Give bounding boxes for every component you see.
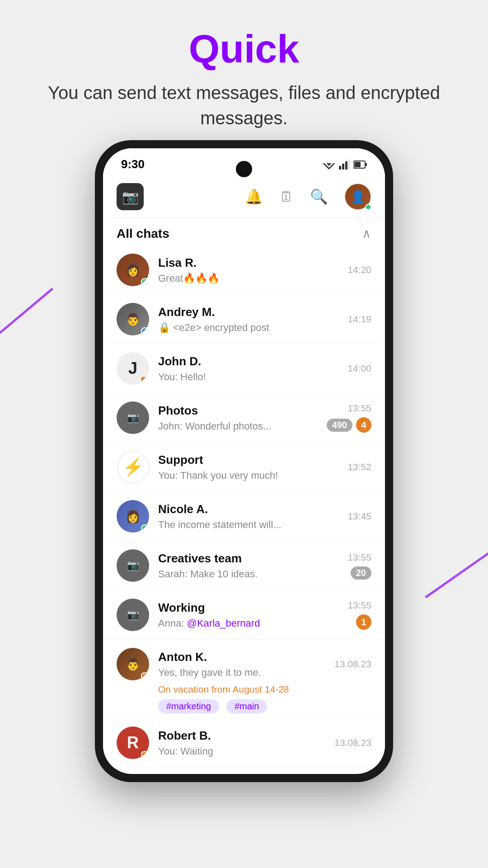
chat-time: 14:19 xyxy=(347,314,371,325)
chat-name: Lisa R. xyxy=(158,256,340,270)
chat-preview: You: Thank you very much! xyxy=(158,470,340,481)
chat-preview: John: Wonderful photos... xyxy=(158,420,319,432)
chat-preview: Great🔥🔥🔥 xyxy=(158,273,340,284)
list-item[interactable]: 📷 Photos John: Wonderful photos... 13:55… xyxy=(103,393,385,443)
avatar: 👨 xyxy=(117,303,149,335)
phone-frame: 9:30 xyxy=(95,140,393,782)
online-dot xyxy=(141,751,148,758)
status-time: 9:30 xyxy=(121,157,145,171)
section-label: All chats ∧ xyxy=(103,218,385,245)
chat-time: 13:52 xyxy=(347,462,371,472)
camera-notch xyxy=(236,161,252,177)
chat-content: Creatives team Sarah: Make 10 ideas. xyxy=(158,552,340,580)
search-icon[interactable]: 🔍 xyxy=(310,188,328,205)
badge-count: 20 xyxy=(351,566,371,580)
svg-rect-8 xyxy=(365,163,367,166)
chat-item-inner: 👨 Anton K. Yes, they gave it to me. 13.0… xyxy=(103,640,385,682)
chevron-up-icon[interactable]: ∧ xyxy=(362,226,371,241)
app-header: 📷 🔔 🗓 🔍 👤 xyxy=(103,176,385,218)
svg-rect-3 xyxy=(339,166,341,170)
logo-camera-icon: 📷 xyxy=(122,189,139,205)
list-item[interactable]: 👨 Andrey M. 🔒 <e2e> encrypted post 14:19 xyxy=(103,295,385,344)
online-dot xyxy=(141,278,148,285)
chat-name: Photos xyxy=(158,404,319,418)
chat-time: 13:55 xyxy=(347,552,371,563)
chat-content: Working Anna: @Karla_bernard xyxy=(158,601,340,629)
chat-time: 13.08.23 xyxy=(334,659,371,670)
chat-preview: 🔒 <e2e> encrypted post xyxy=(158,322,340,334)
chat-list: 👩 Lisa R. Great🔥🔥🔥 14:20 👨 xyxy=(103,245,385,768)
deco-line-left xyxy=(0,288,53,347)
page-subtitle: You can send text messages, files and en… xyxy=(0,80,488,131)
tag-row: #marketing #main xyxy=(103,697,385,718)
page-background: Quick You can send text messages, files … xyxy=(0,0,488,868)
list-item[interactable]: 👨 Anton K. Yes, they gave it to me. 13.0… xyxy=(103,640,385,718)
chat-content: Robert B. You: Waiting xyxy=(158,729,327,757)
chat-time: 14:00 xyxy=(347,363,371,374)
chat-time: 13:55 xyxy=(347,403,371,414)
svg-rect-9 xyxy=(354,162,361,167)
creatives-cam-icon: 📷 xyxy=(127,560,139,571)
chat-content: Photos John: Wonderful photos... xyxy=(158,404,319,432)
battery-icon xyxy=(353,160,367,169)
notification-icon[interactable]: 🔔 xyxy=(245,188,263,205)
user-online-dot xyxy=(365,204,371,210)
chat-meta: 13:55 1 xyxy=(347,600,371,630)
chat-content: Nicole A. The income statement will... xyxy=(158,502,340,531)
chat-preview: Anna: @Karla_bernard xyxy=(158,618,340,629)
chat-meta: 14:19 xyxy=(347,314,371,325)
avatar: 👨 xyxy=(117,648,149,680)
chat-time: 13:45 xyxy=(347,511,371,522)
chat-preview: You: Waiting xyxy=(158,745,327,757)
chat-meta: 13.08.23 xyxy=(334,659,371,670)
deco-line-right xyxy=(425,534,488,599)
list-item[interactable]: ⚡ Support You: Thank you very much! 13:5… xyxy=(103,443,385,492)
app-header-icons: 🔔 🗓 🔍 xyxy=(245,188,328,205)
chat-content: Support You: Thank you very much! xyxy=(158,453,340,481)
list-item[interactable]: J John D. You: Hello! 14:00 xyxy=(103,344,385,393)
list-item[interactable]: R Robert B. You: Waiting 13.08.23 xyxy=(103,718,385,768)
chat-meta: 14:20 xyxy=(347,264,371,275)
mention: @Karla_bernard xyxy=(187,618,260,629)
photos-cam-icon: 📷 xyxy=(127,412,139,424)
chat-time: 13:55 xyxy=(347,600,371,611)
chat-name: Creatives team xyxy=(158,552,340,566)
avatar: J xyxy=(117,352,149,385)
chat-meta: 13:52 xyxy=(347,462,371,472)
wifi-icon xyxy=(323,160,335,170)
all-chats-label: All chats xyxy=(117,226,169,241)
phone-screen: 9:30 xyxy=(103,148,385,774)
chat-name: Working xyxy=(158,601,340,615)
chat-content: Lisa R. Great🔥🔥🔥 xyxy=(158,256,340,284)
app-logo[interactable]: 📷 xyxy=(117,183,144,210)
chat-name: Andrey M. xyxy=(158,305,340,319)
chat-meta: 14:00 xyxy=(347,363,371,374)
online-dot xyxy=(141,524,148,532)
calendar-icon[interactable]: 🗓 xyxy=(279,189,294,205)
avatar: 👩 xyxy=(117,254,149,286)
chat-meta: 13.08.23 xyxy=(334,737,371,748)
user-avatar-container[interactable]: 👤 xyxy=(344,183,371,210)
list-item[interactable]: 📷 Working Anna: @Karla_bernard 13:55 1 xyxy=(103,590,385,640)
chat-meta: 13:55 20 xyxy=(347,552,371,580)
online-dot xyxy=(141,672,148,679)
page-title: Quick xyxy=(0,27,488,71)
status-bar: 9:30 xyxy=(103,148,385,176)
tag-main[interactable]: #main xyxy=(226,699,267,713)
list-item[interactable]: 👩 Lisa R. Great🔥🔥🔥 14:20 xyxy=(103,245,385,295)
chat-name: John D. xyxy=(158,354,340,368)
list-item[interactable]: 👩 Nicole A. The income statement will...… xyxy=(103,492,385,541)
tag-marketing[interactable]: #marketing xyxy=(158,699,219,713)
svg-rect-4 xyxy=(342,164,344,170)
working-cam-icon: 📷 xyxy=(127,609,139,621)
chat-preview: The income statement will... xyxy=(158,519,340,531)
chat-preview: Sarah: Make 10 ideas. xyxy=(158,568,340,580)
avatar: 👩 xyxy=(117,500,149,533)
chat-name: Nicole A. xyxy=(158,502,340,516)
status-icons xyxy=(323,160,367,170)
list-item[interactable]: 📷 Creatives team Sarah: Make 10 ideas. 1… xyxy=(103,541,385,590)
chat-preview: You: Hello! xyxy=(158,371,340,383)
svg-rect-6 xyxy=(348,160,350,170)
badge-count: 490 xyxy=(327,419,352,432)
svg-rect-5 xyxy=(345,161,347,170)
